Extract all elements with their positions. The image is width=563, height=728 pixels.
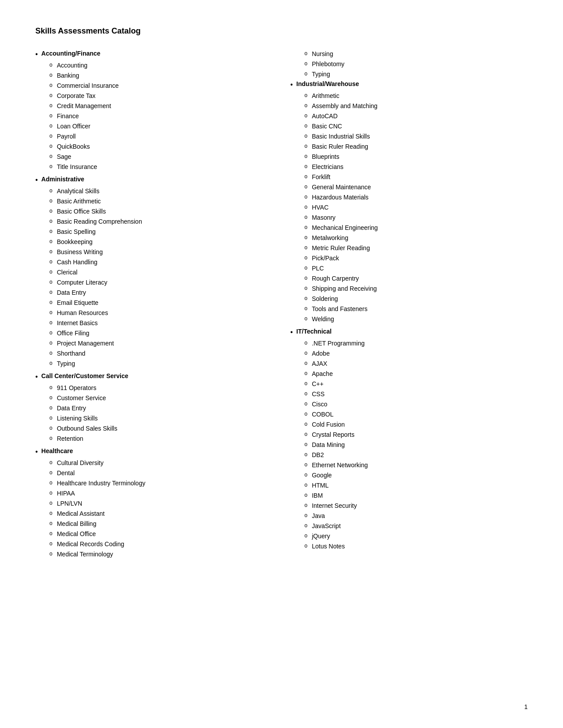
list-item: oBasic Spelling <box>35 227 273 237</box>
item-label: Typing <box>312 70 330 79</box>
item-label: Metalworking <box>312 233 348 243</box>
list-item: oBasic Industrial Skills <box>291 131 528 142</box>
circle-icon: o <box>305 193 308 201</box>
item-label: Data Mining <box>312 440 345 450</box>
circle-icon: o <box>49 319 53 327</box>
item-label: CSS <box>312 390 325 399</box>
circle-icon: o <box>49 278 53 286</box>
category-name: Healthcare <box>42 447 73 456</box>
list-item: oBookkeeping <box>35 237 273 247</box>
circle-icon: o <box>49 349 53 357</box>
category-header: •Industrial/Warehouse <box>291 79 528 90</box>
circle-icon: o <box>49 227 53 236</box>
item-label: Commercial Insurance <box>57 81 119 90</box>
item-label: Email Etiquette <box>57 298 98 308</box>
list-item: oHVAC <box>291 203 528 213</box>
subcategory-list: o.NET ProgrammingoAdobeoAJAXoApacheoC++o… <box>291 338 528 552</box>
list-item: oDental <box>35 468 273 478</box>
circle-icon: o <box>305 223 308 232</box>
item-label: Basic Ruler Reading <box>312 142 368 151</box>
item-label: Google <box>312 471 332 480</box>
circle-icon: o <box>49 197 53 205</box>
circle-icon: o <box>305 142 308 150</box>
list-item: oMasonry <box>291 213 528 223</box>
list-item: oMedical Assistant <box>35 509 273 519</box>
list-item: oCisco <box>291 399 528 409</box>
circle-icon: o <box>305 294 308 303</box>
list-item: ojQuery <box>291 531 528 541</box>
item-label: Cisco <box>312 400 327 409</box>
circle-icon: o <box>305 390 308 398</box>
item-label: General Maintenance <box>312 183 371 192</box>
item-label: Arithmetic <box>312 91 339 101</box>
list-item: oSage <box>35 152 273 162</box>
circle-icon: o <box>305 430 308 439</box>
item-label: Basic Office Skills <box>57 207 106 216</box>
list-item: oCSS <box>291 389 528 399</box>
circle-icon: o <box>49 308 53 317</box>
subcategory-list: o911 OperatorsoCustomer ServiceoData Ent… <box>35 383 273 444</box>
circle-icon: o <box>305 369 308 378</box>
list-item: oPick/Pack <box>291 253 528 263</box>
list-item: oLotus Notes <box>291 541 528 552</box>
item-label: AJAX <box>312 359 327 368</box>
subcategory-list-continuation: oNursingoPhlebotomyoTyping <box>291 49 528 79</box>
circle-icon: o <box>305 440 308 449</box>
list-item: oHazardous Materials <box>291 192 528 203</box>
list-item: oCredit Management <box>35 101 273 111</box>
list-item: oMedical Terminology <box>35 549 273 559</box>
item-label: Assembly and Matching <box>312 101 378 111</box>
bullet-icon: • <box>35 49 38 60</box>
item-label: 911 Operators <box>57 383 97 393</box>
circle-icon: o <box>305 471 308 479</box>
item-label: Metric Ruler Reading <box>312 244 370 253</box>
list-item: oOffice Filing <box>35 328 273 338</box>
bullet-icon: • <box>35 175 38 185</box>
list-item: oNursing <box>291 49 528 59</box>
circle-icon: o <box>49 414 53 422</box>
circle-icon: o <box>305 132 308 140</box>
page-number: 1 <box>524 703 528 710</box>
item-label: Medical Assistant <box>57 509 105 518</box>
circle-icon: o <box>49 162 53 171</box>
category-accounting-finance: •Accounting/FinanceoAccountingoBankingoC… <box>35 49 273 172</box>
circle-icon: o <box>305 542 308 550</box>
list-item: oShorthand <box>35 349 273 359</box>
circle-icon: o <box>305 410 308 418</box>
circle-icon: o <box>305 359 308 368</box>
item-label: Medical Billing <box>57 519 96 529</box>
item-label: Project Management <box>57 339 114 348</box>
list-item: oAdobe <box>291 349 528 359</box>
item-label: COBOL <box>312 410 333 419</box>
list-item: oMedical Records Coding <box>35 539 273 549</box>
list-item: oHuman Resources <box>35 308 273 318</box>
circle-icon: o <box>305 60 308 68</box>
list-item: oAssembly and Matching <box>291 101 528 111</box>
list-item: oC++ <box>291 379 528 389</box>
list-item: oCultural Diversity <box>35 458 273 468</box>
circle-icon: o <box>49 132 53 140</box>
item-label: Nursing <box>312 49 333 59</box>
item-label: Internet Basics <box>57 319 98 328</box>
list-item: oComputer Literacy <box>35 278 273 288</box>
circle-icon: o <box>49 339 53 347</box>
circle-icon: o <box>49 499 53 507</box>
circle-icon: o <box>305 112 308 120</box>
item-label: Bookkeeping <box>57 237 93 247</box>
list-item: oRough Carpentry <box>291 274 528 284</box>
circle-icon: o <box>305 122 308 130</box>
item-label: Typing <box>57 359 75 368</box>
page-title: Skills Assessments Catalog <box>35 26 528 36</box>
right-column: oNursingoPhlebotomyoTyping•Industrial/Wa… <box>282 49 528 562</box>
category-it-technical: •IT/Technicalo.NET ProgrammingoAdobeoAJA… <box>291 327 528 552</box>
list-item: oElectricians <box>291 162 528 172</box>
list-item: oMedical Office <box>35 529 273 539</box>
list-item: oCOBOL <box>291 409 528 420</box>
item-label: Lotus Notes <box>312 542 345 551</box>
circle-icon: o <box>305 162 308 171</box>
item-label: Payroll <box>57 132 76 141</box>
item-label: AutoCAD <box>312 112 337 121</box>
left-column: •Accounting/FinanceoAccountingoBankingoC… <box>35 49 282 562</box>
list-item: oData Entry <box>35 288 273 298</box>
circle-icon: o <box>49 434 53 443</box>
